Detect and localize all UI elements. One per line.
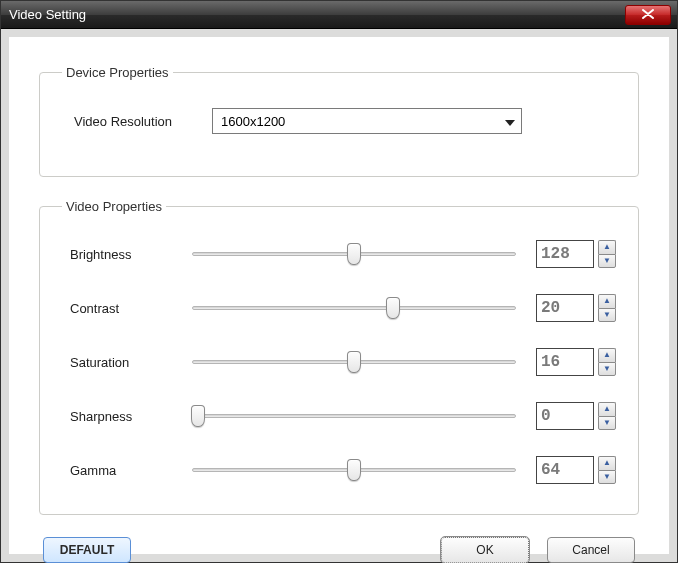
video-prop-row: Sharpness0▲▼: [62, 402, 616, 430]
spin-down-icon[interactable]: ▼: [598, 362, 616, 377]
window: Video Setting Device Properties Video Re…: [0, 0, 678, 563]
client-area: Device Properties Video Resolution 1600x…: [1, 29, 677, 562]
spin-down-icon[interactable]: ▼: [598, 470, 616, 485]
spin-arrows: ▲▼: [598, 240, 616, 268]
video-prop-label: Contrast: [62, 301, 192, 316]
slider-track: [192, 414, 516, 418]
slider-thumb[interactable]: [347, 459, 361, 481]
spin-up-icon[interactable]: ▲: [598, 456, 616, 470]
video-prop-spinbox: 0▲▼: [536, 402, 616, 430]
spin-arrows: ▲▼: [598, 402, 616, 430]
video-properties-legend: Video Properties: [62, 199, 166, 214]
video-prop-spinbox: 64▲▼: [536, 456, 616, 484]
chevron-down-icon: [505, 114, 515, 129]
video-prop-row: Brightness128▲▼: [62, 240, 616, 268]
spin-up-icon[interactable]: ▲: [598, 348, 616, 362]
spin-arrows: ▲▼: [598, 294, 616, 322]
video-prop-value[interactable]: 20: [536, 294, 594, 322]
slider-thumb[interactable]: [347, 351, 361, 373]
resolution-row: Video Resolution 1600x1200: [62, 108, 616, 134]
video-properties-group: Video Properties Brightness128▲▼Contrast…: [39, 199, 639, 515]
video-prop-spinbox: 128▲▼: [536, 240, 616, 268]
video-prop-value[interactable]: 128: [536, 240, 594, 268]
slider-track: [192, 306, 516, 310]
spin-down-icon[interactable]: ▼: [598, 416, 616, 431]
slider-thumb[interactable]: [191, 405, 205, 427]
spin-down-icon[interactable]: ▼: [598, 254, 616, 269]
slider-thumb[interactable]: [386, 297, 400, 319]
titlebar: Video Setting: [1, 1, 677, 29]
resolution-label: Video Resolution: [62, 114, 212, 129]
cancel-button[interactable]: Cancel: [547, 537, 635, 563]
video-prop-value[interactable]: 16: [536, 348, 594, 376]
close-button[interactable]: [625, 5, 671, 25]
video-prop-slider[interactable]: [192, 458, 516, 482]
video-prop-slider[interactable]: [192, 404, 516, 428]
spin-arrows: ▲▼: [598, 348, 616, 376]
video-prop-spinbox: 16▲▼: [536, 348, 616, 376]
resolution-select[interactable]: 1600x1200: [212, 108, 522, 134]
video-prop-label: Sharpness: [62, 409, 192, 424]
spin-up-icon[interactable]: ▲: [598, 294, 616, 308]
video-prop-label: Brightness: [62, 247, 192, 262]
spin-up-icon[interactable]: ▲: [598, 402, 616, 416]
video-prop-slider[interactable]: [192, 296, 516, 320]
video-prop-label: Saturation: [62, 355, 192, 370]
video-prop-slider[interactable]: [192, 350, 516, 374]
window-title: Video Setting: [9, 7, 86, 22]
video-prop-spinbox: 20▲▼: [536, 294, 616, 322]
close-icon: [642, 7, 654, 22]
video-prop-slider[interactable]: [192, 242, 516, 266]
video-prop-value[interactable]: 64: [536, 456, 594, 484]
resolution-value: 1600x1200: [221, 114, 285, 129]
slider-thumb[interactable]: [347, 243, 361, 265]
video-prop-row: Gamma64▲▼: [62, 456, 616, 484]
default-button[interactable]: DEFAULT: [43, 537, 131, 563]
video-prop-value[interactable]: 0: [536, 402, 594, 430]
dialog-footer: DEFAULT OK Cancel: [39, 537, 639, 563]
ok-button[interactable]: OK: [441, 537, 529, 563]
spin-arrows: ▲▼: [598, 456, 616, 484]
device-properties-group: Device Properties Video Resolution 1600x…: [39, 65, 639, 177]
spin-up-icon[interactable]: ▲: [598, 240, 616, 254]
video-prop-label: Gamma: [62, 463, 192, 478]
video-prop-row: Saturation16▲▼: [62, 348, 616, 376]
spin-down-icon[interactable]: ▼: [598, 308, 616, 323]
video-prop-row: Contrast20▲▼: [62, 294, 616, 322]
device-properties-legend: Device Properties: [62, 65, 173, 80]
